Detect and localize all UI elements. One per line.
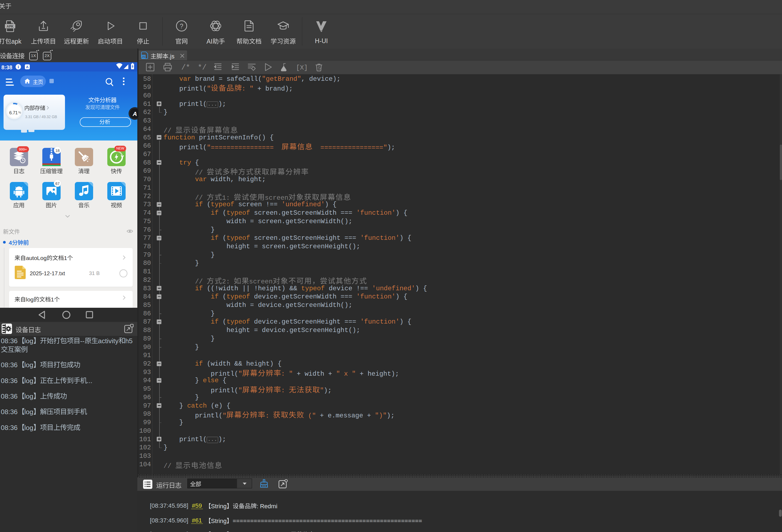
svg-text:APK: APK [6,25,14,28]
svg-text:JS: JS [142,55,145,59]
svg-text:A: A [133,111,137,117]
svg-text:[X]: [X] [296,64,308,72]
svg-text:i: i [18,65,19,69]
svg-text:?: ? [180,23,183,30]
svg-text:*/: */ [198,64,206,72]
svg-text:A: A [26,65,29,69]
svg-text:/*: /* [181,64,190,72]
